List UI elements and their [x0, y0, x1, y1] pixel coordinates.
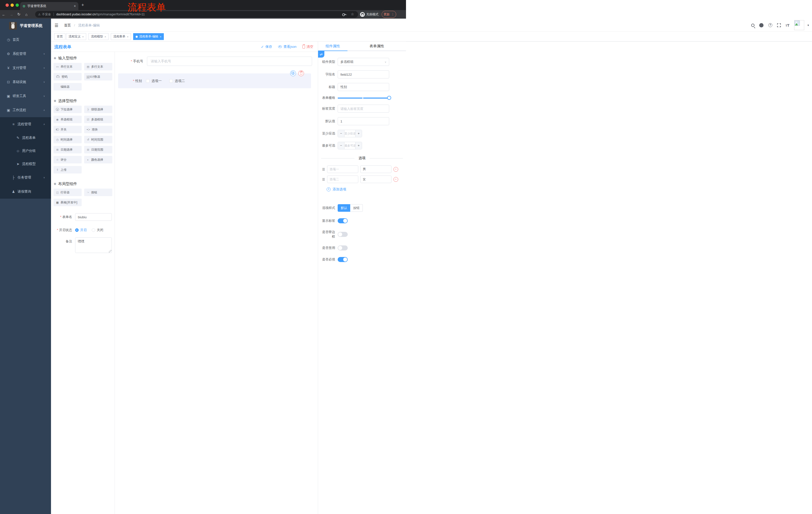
minus-button[interactable]: − — [338, 142, 344, 149]
copy-component-button[interactable] — [290, 71, 296, 76]
phone-field-row[interactable]: 手机号 — [115, 57, 318, 66]
component-type-select[interactable]: 多选框组 ∨ — [338, 58, 389, 66]
title-input[interactable] — [338, 83, 389, 91]
palette-item-table[interactable]: ▦ 表格[开发中] — [54, 199, 82, 206]
tag-process-form[interactable]: 流程表单 × — [111, 33, 131, 40]
gender-option-1[interactable]: 选项一 — [146, 79, 162, 83]
field-name-input[interactable] — [338, 71, 389, 78]
sidebar-item-infra[interactable]: ⊡ 基础设施 ∨ — [0, 75, 51, 89]
tab-component-props[interactable]: 组件属性 — [318, 42, 347, 51]
close-icon[interactable]: × — [127, 35, 128, 38]
password-key-icon[interactable] — [342, 12, 346, 16]
add-option-button[interactable]: + 添加选项 — [327, 187, 406, 192]
address-bar[interactable]: ⚠ 不安全 dashboard.yudao.iocoder.cn /bpm/ma… — [35, 11, 358, 18]
reload-icon[interactable]: ↻ — [15, 12, 23, 17]
label-width-input[interactable] — [338, 105, 389, 113]
sidebar-item-process-form[interactable]: ✎ 流程表单 — [0, 131, 51, 144]
bookmark-star-icon[interactable]: ☆ — [351, 12, 354, 16]
style-button-button[interactable]: 按钮 — [350, 204, 363, 212]
disabled-toggle[interactable] — [338, 245, 348, 250]
app-logo[interactable]: 芋道管理系统 — [0, 19, 51, 33]
link-handle[interactable] — [318, 51, 324, 58]
palette-item-counter[interactable]: 123 计数器 — [84, 73, 112, 80]
tab-form-props[interactable]: 表单属性 — [347, 42, 406, 51]
with-border-toggle[interactable] — [338, 232, 348, 237]
save-button[interactable]: ✓ 保存 — [261, 45, 272, 49]
selected-component-gender[interactable]: 性别 选项一 选项二 — [118, 74, 311, 88]
forward-icon[interactable]: → — [7, 12, 15, 17]
sidebar-item-task-mgmt[interactable]: ├ 任务管理 ∨ — [0, 170, 51, 185]
palette-item-time-picker[interactable]: ◷ 时间选择 — [54, 136, 82, 143]
palette-item-button[interactable]: ☞ 按钮 — [84, 189, 112, 196]
tab-close-icon[interactable]: × — [74, 4, 76, 8]
sidebar-item-workflow[interactable]: ▣ 工作流程 ∧ — [0, 103, 51, 117]
palette-item-checkbox-group[interactable]: ☑ 多选框组 — [84, 116, 112, 123]
phone-input[interactable] — [147, 57, 312, 66]
sidebar-item-home[interactable]: ◷ 首页 — [0, 33, 51, 47]
browser-update-button[interactable]: 更新 ⋮ — [382, 11, 396, 18]
new-tab-button[interactable]: + — [81, 3, 84, 7]
sidebar-item-leave-query[interactable]: ♟ 请假查询 — [0, 185, 51, 199]
close-icon[interactable]: × — [160, 35, 161, 38]
mac-close-button[interactable] — [5, 3, 9, 7]
palette-item-password[interactable]: 密码 — [54, 73, 82, 80]
home-icon[interactable]: ⌂ — [23, 12, 30, 17]
form-grid-slider[interactable] — [338, 96, 389, 100]
tag-process-definition[interactable]: 流程定义 × — [66, 33, 86, 40]
default-value-input[interactable] — [338, 117, 389, 125]
form-name-input[interactable] — [75, 213, 112, 221]
palette-item-time-range[interactable]: ↺ 时间范围 — [84, 136, 112, 143]
option-2-value-input[interactable] — [360, 175, 392, 183]
palette-item-single-text[interactable]: ▭ 单行文本 — [54, 63, 82, 71]
palette-item-color-picker[interactable]: ◐ 颜色选择 — [84, 156, 112, 163]
palette-item-switch[interactable]: 开关 — [54, 126, 82, 133]
mac-zoom-button[interactable] — [16, 3, 19, 7]
close-icon[interactable]: × — [82, 35, 84, 38]
palette-item-date-picker[interactable]: ⊞ 日期选择 — [54, 146, 82, 154]
sidebar-item-devtools[interactable]: ▣ 研发工具 ∨ — [0, 89, 51, 103]
sidebar-item-payment[interactable]: ¥ 支付管理 ∨ — [0, 61, 51, 75]
remove-option-button[interactable]: − — [394, 177, 398, 182]
palette-item-row-container[interactable]: ◫ 行容器 — [54, 189, 82, 196]
palette-item-editor[interactable]: 编辑器 — [54, 83, 82, 90]
palette-item-textarea[interactable]: ▤ 多行文本 — [84, 63, 112, 71]
option-1-value-input[interactable] — [360, 165, 392, 173]
drag-handle-icon[interactable]: ☰ — [322, 178, 325, 181]
sidebar-item-process-mgmt[interactable]: ≡ 流程管理 ∧ — [0, 117, 51, 131]
close-icon[interactable]: × — [105, 35, 106, 38]
tag-home[interactable]: 首页 — [54, 33, 65, 40]
palette-item-slider[interactable]: 滑块 — [84, 126, 112, 133]
style-default-button[interactable]: 默认 — [338, 204, 350, 212]
clear-button[interactable]: 清空 — [302, 45, 313, 49]
palette-item-select[interactable]: ∨ 下拉选择 — [54, 106, 82, 113]
palette-item-rate[interactable]: ☆ 评分 — [54, 156, 82, 163]
browser-menu-icon[interactable]: ⋮ — [392, 12, 395, 16]
checkbox-icon[interactable] — [169, 79, 173, 83]
plus-button[interactable]: + — [355, 142, 362, 149]
breadcrumb-home[interactable]: 首页 — [64, 23, 71, 27]
minus-button[interactable]: − — [338, 130, 344, 137]
status-off-radio[interactable]: 关闭 — [92, 228, 103, 232]
remove-option-button[interactable]: − — [394, 167, 398, 172]
delete-component-button[interactable] — [298, 71, 304, 76]
sidebar-item-process-model[interactable]: ➤ 流程模型 — [0, 157, 51, 170]
palette-item-radio-group[interactable]: ◉ 单选框组 — [54, 116, 82, 123]
option-2-label-input[interactable] — [327, 175, 358, 183]
palette-item-date-range[interactable]: ⊟ 日期范围 — [84, 146, 112, 154]
option-1-label-input[interactable] — [327, 165, 358, 173]
remark-textarea[interactable]: 嘿嘿 — [75, 237, 112, 253]
sidebar-item-user-group[interactable]: ☺ 用户分组 — [0, 144, 51, 157]
checkbox-icon[interactable] — [146, 79, 149, 83]
drag-handle-icon[interactable]: ☰ — [322, 167, 325, 171]
mac-minimize-button[interactable] — [10, 3, 14, 7]
palette-item-upload[interactable]: ⇧ 上传 — [54, 166, 82, 173]
min-select-input[interactable] — [344, 130, 355, 137]
palette-item-cascader[interactable]: ├ 级联选择 — [84, 106, 112, 113]
sidebar-item-system[interactable]: ⚙ 系统管理 ∨ — [0, 47, 51, 61]
slider-thumb[interactable] — [387, 96, 391, 100]
browser-tab[interactable]: ✿ 芋道管理系统 × — [20, 2, 78, 10]
max-select-input[interactable] — [344, 142, 355, 149]
status-on-radio[interactable]: 开启 — [75, 228, 87, 232]
tag-process-model[interactable]: 流程模型 × — [88, 33, 109, 40]
back-icon[interactable]: ← — [0, 12, 7, 17]
